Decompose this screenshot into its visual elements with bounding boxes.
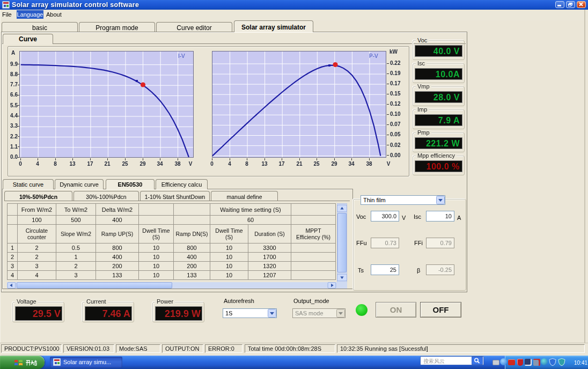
svg-text:I-V: I-V — [178, 53, 185, 59]
svg-text:P-V: P-V — [369, 53, 378, 59]
